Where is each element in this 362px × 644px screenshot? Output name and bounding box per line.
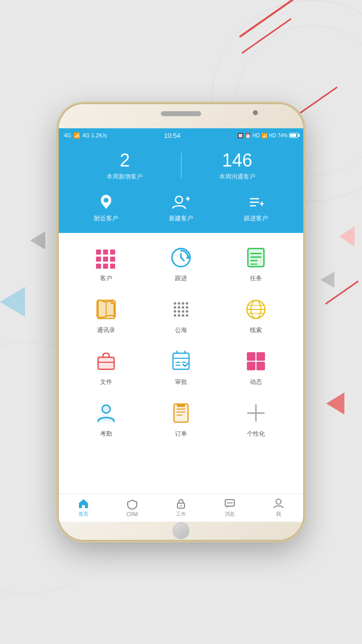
- followup-customer-button[interactable]: 跟进客户: [244, 193, 268, 223]
- location-icon: [97, 193, 115, 211]
- stat-contacted-count: 146: [182, 150, 294, 171]
- dynamics-label: 动态: [250, 378, 262, 386]
- home-icon: [78, 498, 89, 509]
- svg-point-3: [104, 198, 109, 202]
- main-grid: 客户 跟进: [59, 233, 303, 494]
- public-sea-icon: [168, 297, 194, 322]
- home-button[interactable]: [172, 522, 190, 539]
- nearby-customers-button[interactable]: 附近客户: [94, 193, 118, 223]
- svg-point-34: [182, 302, 184, 304]
- orders-label: 订单: [175, 430, 187, 438]
- new-customer-button[interactable]: 新建客户: [169, 193, 193, 223]
- bottom-nav: 首页 CRM 工作: [59, 494, 303, 522]
- svg-rect-65: [247, 362, 255, 370]
- nav-home[interactable]: 首页: [59, 494, 108, 522]
- svg-point-45: [177, 314, 180, 316]
- person-icon: [273, 498, 284, 509]
- svg-point-36: [173, 306, 176, 308]
- svg-point-41: [177, 310, 180, 312]
- stat-new-count: 2: [69, 150, 181, 171]
- phone-bottom-bar: [59, 522, 303, 540]
- followup-grid-label: 跟进: [175, 274, 187, 283]
- public-sea-label: 公海: [175, 326, 187, 335]
- shield-icon: [127, 499, 138, 510]
- svg-rect-56: [173, 353, 189, 369]
- svg-rect-17: [110, 257, 115, 262]
- leads-item[interactable]: 线索: [236, 297, 276, 335]
- customers-label: 客户: [100, 274, 112, 283]
- new-customer-label: 新建客户: [169, 214, 193, 223]
- followup-item[interactable]: 跟进: [161, 245, 201, 283]
- attendance-item[interactable]: 考勤: [86, 400, 126, 438]
- customers-item[interactable]: 客户: [86, 245, 126, 283]
- phone-top-bar: [59, 104, 303, 128]
- svg-point-33: [177, 302, 180, 304]
- lock-icon: [175, 498, 187, 509]
- attendance-icon: [94, 400, 119, 426]
- orders-item[interactable]: 订单: [161, 400, 201, 438]
- clock: 10:54: [164, 132, 180, 139]
- status-bar: 4G 📶 4G 1.2K/s 10:54 🔲 ⏰ HD 📶 HD 74%: [59, 128, 303, 142]
- battery-icon: [289, 133, 298, 138]
- svg-rect-66: [256, 362, 265, 370]
- nav-crm[interactable]: CRM: [108, 494, 156, 522]
- stats-row: 2 本周新增客户 146 本周沟通客户: [69, 150, 293, 181]
- svg-point-84: [231, 502, 233, 504]
- nav-crm-label: CRM: [126, 512, 138, 517]
- stat-new-customers: 2 本周新增客户: [69, 150, 181, 181]
- alarm-icon: ⏰: [245, 133, 251, 138]
- add-person-icon: [172, 193, 190, 211]
- quick-actions: 附近客户 新建客户: [69, 189, 293, 223]
- leads-label: 线索: [250, 326, 262, 335]
- svg-point-39: [186, 306, 188, 308]
- svg-rect-64: [256, 352, 265, 361]
- approval-label: 审批: [175, 378, 187, 386]
- svg-point-82: [227, 502, 229, 504]
- contacts-label: 通讯录: [97, 326, 115, 335]
- nav-home-label: 首页: [78, 511, 88, 518]
- nav-me-label: 我: [276, 511, 281, 518]
- nav-messages-label: 消息: [225, 511, 235, 518]
- followup-icon: [168, 245, 194, 270]
- dynamics-item[interactable]: 动态: [236, 349, 276, 386]
- svg-point-83: [229, 502, 231, 504]
- grid-row-1: 客户 跟进: [59, 238, 303, 290]
- files-item[interactable]: 文件: [86, 349, 126, 386]
- svg-point-42: [182, 310, 184, 312]
- customize-item[interactable]: 个性化: [236, 400, 276, 438]
- app-header: 2 本周新增客户 146 本周沟通客户: [59, 142, 303, 233]
- svg-point-35: [186, 302, 188, 304]
- svg-rect-19: [103, 264, 108, 269]
- svg-line-24: [181, 258, 184, 261]
- tasks-label: 任务: [250, 274, 262, 283]
- hd-icon: 🔲: [237, 133, 243, 138]
- orders-icon: [168, 400, 194, 426]
- svg-point-80: [180, 505, 182, 507]
- status-left: 4G 📶 4G 1.2K/s: [64, 132, 107, 139]
- speed-indicator: 4G 1.2K/s: [82, 132, 107, 138]
- svg-rect-15: [96, 257, 101, 262]
- approval-item[interactable]: 审批: [161, 349, 201, 386]
- grid-row-3: 文件: [59, 342, 303, 393]
- wifi-icon: 📶: [261, 133, 267, 138]
- nav-work[interactable]: 工作: [156, 494, 205, 522]
- svg-rect-63: [247, 352, 255, 361]
- nav-work-label: 工作: [176, 511, 186, 518]
- svg-point-47: [186, 314, 188, 316]
- svg-point-44: [173, 314, 176, 316]
- svg-point-46: [182, 314, 184, 316]
- public-sea-item[interactable]: 公海: [161, 297, 201, 335]
- contacts-icon: [94, 297, 119, 322]
- svg-rect-13: [103, 250, 108, 255]
- nav-me[interactable]: 我: [254, 494, 303, 522]
- svg-rect-12: [96, 250, 101, 255]
- signal-icon: 4G: [64, 132, 71, 138]
- stat-contacted-label: 本周沟通客户: [182, 173, 294, 181]
- tasks-item[interactable]: 任务: [236, 245, 276, 283]
- nearby-label: 附近客户: [94, 214, 118, 223]
- nav-messages[interactable]: 消息: [206, 494, 254, 522]
- stat-contacted-customers: 146 本周沟通客户: [182, 150, 294, 181]
- contacts-item[interactable]: 通讯录: [86, 297, 126, 335]
- followup-label: 跟进客户: [244, 214, 268, 223]
- phone-screen: 4G 📶 4G 1.2K/s 10:54 🔲 ⏰ HD 📶 HD 74%: [59, 128, 303, 522]
